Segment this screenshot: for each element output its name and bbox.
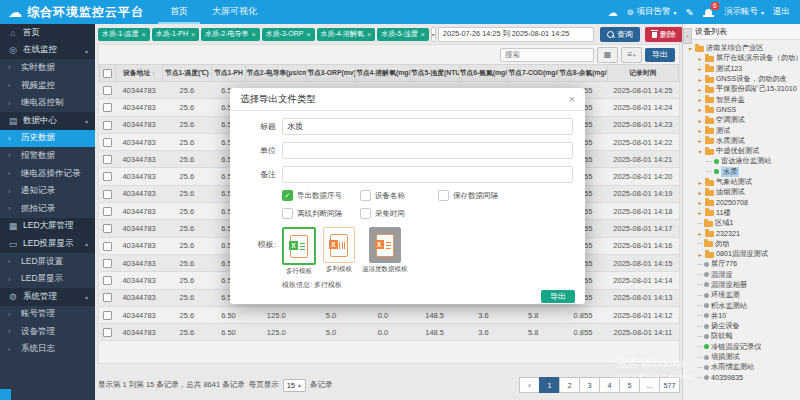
page-button[interactable]: 3 — [579, 377, 600, 393]
chip-close-icon[interactable]: × — [306, 31, 310, 38]
tree-device[interactable]: 温湿度 — [685, 270, 800, 280]
tree-device[interactable]: 环境监测 — [685, 290, 800, 300]
prev-page-button[interactable]: ‹ — [519, 377, 540, 393]
row-checkbox[interactable] — [100, 168, 116, 185]
confirm-export-button[interactable]: 导出 — [541, 290, 575, 303]
tree-folder[interactable]: ▾中盛优创测试 — [685, 146, 800, 156]
tree-device[interactable]: 温湿度相册 — [685, 280, 800, 290]
row-checkbox[interactable] — [100, 220, 116, 237]
caret-closed-icon[interactable]: ▸ — [697, 96, 703, 103]
chip-close-icon[interactable]: × — [421, 31, 425, 38]
caret-closed-icon[interactable]: ▸ — [697, 199, 703, 206]
chip-close-icon[interactable]: × — [191, 31, 195, 38]
tree-device[interactable]: 展厅776 — [685, 259, 800, 269]
page-button[interactable]: 577 — [659, 377, 680, 393]
tree-folder[interactable]: ▸20250708 — [685, 197, 800, 207]
sidebar-item[interactable]: ▭LED投屏显示▴ — [0, 235, 95, 253]
page-button[interactable]: ... — [639, 377, 660, 393]
sidebar-item[interactable]: ›LED屏设置 — [0, 253, 95, 271]
project-alarm-menu[interactable]: ⊚ 项目告警 ▾ — [626, 6, 676, 18]
sidebar-item[interactable]: ›系统日志 — [0, 341, 95, 359]
page-button[interactable]: 2 — [559, 377, 580, 393]
page-size-select[interactable]: 15▲ — [283, 379, 306, 392]
export-option[interactable]: 采集时间 — [360, 208, 438, 219]
account-menu[interactable]: 演示账号 ▾ — [724, 6, 764, 18]
export-option[interactable]: ✓导出数据序号 — [282, 190, 360, 201]
tree-folder[interactable]: ▸气象站测试 — [685, 177, 800, 187]
sidebar-item[interactable]: ›账号管理 — [0, 306, 95, 324]
tree-device[interactable]: 防蚊蝇 — [685, 331, 800, 341]
caret-closed-icon[interactable]: ▸ — [697, 86, 703, 93]
delete-button[interactable]: 删除 — [645, 27, 683, 42]
tree-folder[interactable]: ▸0801温湿度测试 — [685, 249, 800, 259]
weather-icon[interactable]: ☁ — [607, 7, 617, 18]
column-header[interactable]: 设备地址↕ — [116, 65, 163, 82]
checkbox-checked-icon[interactable]: ✓ — [282, 190, 293, 201]
caret-closed-icon[interactable]: ▸ — [697, 209, 703, 216]
search-input[interactable] — [500, 48, 594, 62]
tree-folder[interactable]: ▸232321 — [685, 228, 800, 238]
sidebar-item[interactable]: ▦LED大屏管理 — [0, 218, 95, 236]
caret-closed-icon[interactable]: ▸ — [697, 55, 703, 62]
caret-closed-icon[interactable]: ▸ — [697, 251, 703, 258]
page-button[interactable]: 4 — [599, 377, 620, 393]
sidebar-item[interactable]: ›继电器操作记录 — [0, 165, 95, 183]
filter-chip[interactable]: 水质-1-温度× — [98, 28, 150, 41]
sidebar-item[interactable]: ›视频监控 — [0, 77, 95, 95]
tree-folder[interactable]: ▸平煤股份四矿己15-31010 — [685, 84, 800, 94]
toggle-view-icon[interactable]: ▦ — [597, 47, 618, 63]
tree-folder[interactable]: ▾济南某综合产业区 — [685, 43, 800, 53]
filter-chip[interactable]: 水质-4-溶解氧× — [317, 28, 376, 41]
tree-folder[interactable]: ▸智慧井盖 — [685, 94, 800, 104]
page-button[interactable]: 1 — [539, 377, 560, 393]
chip-close-icon[interactable]: × — [142, 31, 146, 38]
tree-folder[interactable]: ▸测试123 — [685, 64, 800, 74]
tree-folder[interactable]: 勿动 — [685, 239, 800, 249]
tree-device[interactable]: 墙插测试 — [685, 352, 800, 362]
row-checkbox[interactable] — [100, 133, 116, 150]
row-checkbox[interactable] — [100, 203, 116, 220]
caret-closed-icon[interactable]: ▸ — [697, 117, 703, 124]
filter-chip[interactable]: 水质-2-电导率× — [201, 28, 260, 41]
export-option[interactable]: 离线判断间隔 — [282, 208, 360, 219]
caret-closed-icon[interactable]: ▸ — [697, 230, 703, 237]
page-button[interactable]: 5 — [619, 377, 640, 393]
tree-device[interactable]: 冷链温度记录仪 — [685, 342, 800, 352]
sidebar-item[interactable]: ›继电器控制 — [0, 94, 95, 112]
nav-item-home[interactable]: 首页 — [158, 0, 200, 24]
export-option[interactable]: 设备名称 — [360, 190, 438, 201]
field-input-备注[interactable] — [282, 166, 573, 183]
edit-icon[interactable]: ✎ — [686, 7, 694, 18]
tree-device[interactable]: 40359835 — [685, 373, 800, 383]
sidebar-item[interactable]: ▤数据中心▴ — [0, 112, 95, 130]
caret-open-icon[interactable]: ▾ — [697, 148, 703, 155]
row-checkbox[interactable] — [100, 254, 116, 271]
field-input-标题[interactable] — [282, 118, 573, 135]
tree-device[interactable]: 水质 — [685, 167, 800, 177]
template-option[interactable]: X多列模板 — [323, 227, 355, 276]
sidebar-item[interactable]: ⌂首页 — [0, 24, 95, 42]
filter-chip[interactable]: 水质-1-PH× — [152, 28, 199, 41]
tree-folder[interactable]: ▸GNSS — [685, 105, 800, 115]
chips-dropdown-button[interactable]: ▾ — [431, 27, 436, 42]
checkbox-icon[interactable] — [360, 208, 371, 219]
caret-open-icon[interactable]: ▾ — [687, 45, 693, 52]
export-option[interactable]: 保存数据间隔 — [438, 190, 516, 201]
template-option[interactable]: X多行模板 — [282, 227, 316, 276]
caret-closed-icon[interactable]: ▸ — [697, 106, 703, 113]
panel-collapse-handle[interactable]: ‹ — [683, 28, 692, 44]
tree-device[interactable]: 井10 — [685, 311, 800, 321]
select-all-checkbox[interactable] — [100, 65, 116, 82]
columns-icon[interactable]: ≡▾ — [621, 47, 642, 63]
logout-button[interactable]: 退出 — [773, 6, 790, 18]
caret-closed-icon[interactable]: ▸ — [697, 65, 703, 72]
sidebar-item[interactable]: ›通知记录 — [0, 182, 95, 200]
row-checkbox[interactable] — [100, 306, 116, 323]
tree-device[interactable]: 扬尘设备 — [685, 321, 800, 331]
chip-close-icon[interactable]: × — [252, 31, 256, 38]
caret-closed-icon[interactable]: ▸ — [697, 76, 703, 83]
tree-folder[interactable]: ▸油烟测试 — [685, 187, 800, 197]
tree-device[interactable]: 水雨情监测站 — [685, 362, 800, 372]
date-range-input[interactable]: 2025-07-26 14:25 到 2025-08-01 14:25 — [438, 27, 594, 42]
row-checkbox[interactable] — [100, 82, 116, 99]
